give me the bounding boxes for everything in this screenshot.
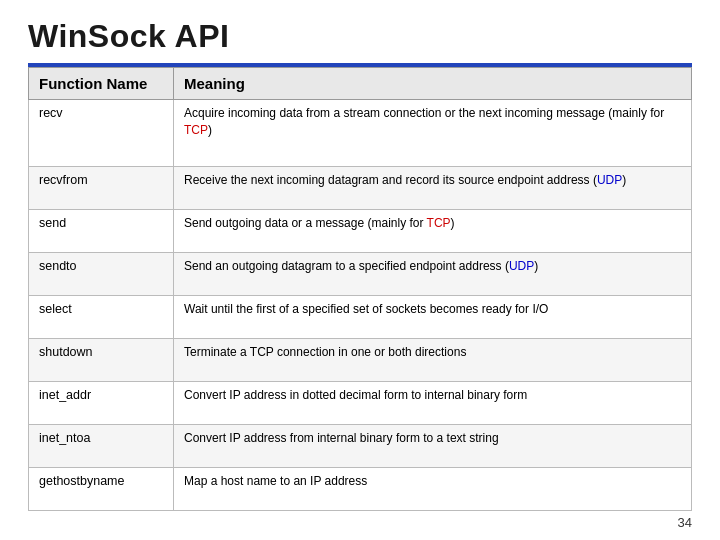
meaning-cell: Terminate a TCP connection in one or bot… xyxy=(174,339,692,382)
table-row: shutdownTerminate a TCP connection in on… xyxy=(29,339,692,382)
function-name-cell: recv xyxy=(29,100,174,167)
col-header-function: Function Name xyxy=(29,68,174,100)
table-row: selectWait until the first of a specifie… xyxy=(29,296,692,339)
page: WinSock API Function Name Meaning recvAc… xyxy=(0,0,720,540)
meaning-cell: Convert IP address in dotted decimal for… xyxy=(174,382,692,425)
page-title: WinSock API xyxy=(28,18,692,55)
function-name-cell: sendto xyxy=(29,253,174,296)
function-name-cell: inet_addr xyxy=(29,382,174,425)
table-row: inet_addrConvert IP address in dotted de… xyxy=(29,382,692,425)
page-number: 34 xyxy=(28,511,692,530)
table-row: gethostbynameMap a host name to an IP ad… xyxy=(29,468,692,511)
function-name-cell: recvfrom xyxy=(29,167,174,210)
table-row: recvAcquire incoming data from a stream … xyxy=(29,100,692,167)
meaning-cell: Send an outgoing datagram to a specified… xyxy=(174,253,692,296)
table-header-row: Function Name Meaning xyxy=(29,68,692,100)
col-header-meaning: Meaning xyxy=(174,68,692,100)
function-name-cell: inet_ntoa xyxy=(29,425,174,468)
function-name-cell: shutdown xyxy=(29,339,174,382)
table-row: sendtoSend an outgoing datagram to a spe… xyxy=(29,253,692,296)
meaning-cell: Acquire incoming data from a stream conn… xyxy=(174,100,692,167)
table-row: recvfromReceive the next incoming datagr… xyxy=(29,167,692,210)
meaning-cell: Convert IP address from internal binary … xyxy=(174,425,692,468)
table-row: inet_ntoaConvert IP address from interna… xyxy=(29,425,692,468)
function-name-cell: gethostbyname xyxy=(29,468,174,511)
meaning-cell: Receive the next incoming datagram and r… xyxy=(174,167,692,210)
meaning-cell: Wait until the first of a specified set … xyxy=(174,296,692,339)
meaning-cell: Send outgoing data or a message (mainly … xyxy=(174,210,692,253)
function-name-cell: send xyxy=(29,210,174,253)
api-table: Function Name Meaning recvAcquire incomi… xyxy=(28,67,692,511)
function-name-cell: select xyxy=(29,296,174,339)
table-row: sendSend outgoing data or a message (mai… xyxy=(29,210,692,253)
meaning-cell: Map a host name to an IP address xyxy=(174,468,692,511)
